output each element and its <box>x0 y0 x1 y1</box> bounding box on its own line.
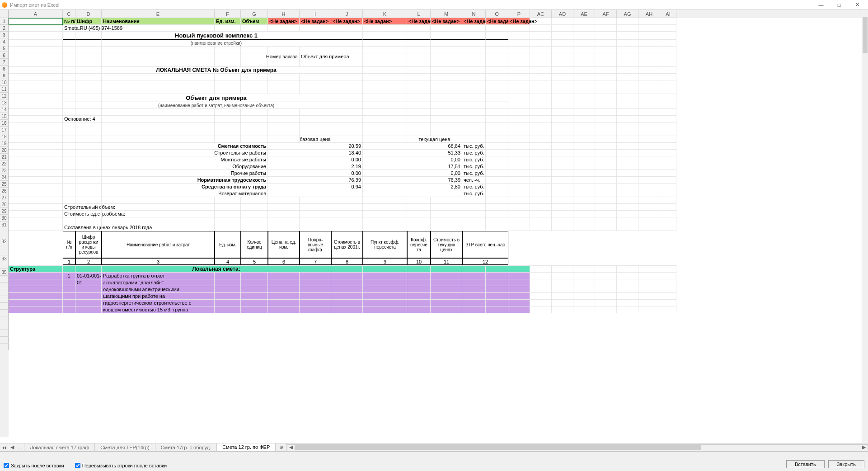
cells-area[interactable]: № п/пШифрНаименованиеЕд. изм.Объем<Не за… <box>9 18 862 437</box>
col-header-P[interactable]: P <box>508 10 530 18</box>
recall-rows-label: Перевызывать строки после вставки <box>82 463 167 468</box>
col-header-E[interactable]: E <box>102 10 215 18</box>
window-title: Импорт смет из Excel <box>10 2 812 8</box>
vertical-scrollbar[interactable] <box>862 10 868 443</box>
insert-button[interactable]: Вставить <box>786 460 825 468</box>
close-after-insert-label: Закрыть после вставки <box>11 463 64 468</box>
col-header-AH[interactable]: AH <box>638 10 660 18</box>
tab-sheet2[interactable]: Смета для ТЕР(14гр) <box>95 443 155 451</box>
col-header-L[interactable]: L <box>407 10 431 18</box>
col-header-AD[interactable]: AD <box>552 10 573 18</box>
hscroll-right[interactable]: ▶ <box>860 445 868 450</box>
recall-rows-input[interactable] <box>75 463 80 468</box>
col-header-I[interactable]: I <box>300 10 331 18</box>
tab-nav-dots[interactable]: … <box>16 443 24 451</box>
vertical-scroll-thumb[interactable] <box>863 17 868 53</box>
col-header-N[interactable]: N <box>462 10 486 18</box>
maximize-button[interactable]: □ <box>830 0 848 10</box>
tab-sheet3[interactable]: Смета 17гр. с оборуд. <box>155 443 217 451</box>
tab-add[interactable]: ⊕ <box>276 443 287 451</box>
hscroll-left[interactable]: ◀ <box>287 445 295 450</box>
close-after-insert-checkbox[interactable]: Закрыть после вставки <box>4 463 64 468</box>
spreadsheet: ACDEFGHIJKLMNOPACADAEAFAGAHAI 1234567891… <box>0 10 868 443</box>
col-header-D[interactable]: D <box>75 10 102 18</box>
col-header-O[interactable]: O <box>486 10 508 18</box>
status-bar: Закрыть после вставки Перевызывать строк… <box>0 451 868 471</box>
tab-nav-prev[interactable]: ◀ <box>8 443 16 451</box>
horizontal-scrollbar[interactable]: ◀ ▶ <box>287 443 868 451</box>
col-header-M[interactable]: M <box>431 10 462 18</box>
app-icon <box>2 2 7 8</box>
col-header-AE[interactable]: AE <box>573 10 595 18</box>
col-header-AF[interactable]: AF <box>595 10 617 18</box>
row-headers[interactable]: 1234567891011121314151617181920212223242… <box>0 18 9 437</box>
col-header-C[interactable]: C <box>63 10 75 18</box>
column-headers[interactable]: ACDEFGHIJKLMNOPACADAEAFAGAHAI <box>9 10 862 18</box>
close-dialog-button[interactable]: Закрыть <box>828 460 864 468</box>
col-header-J[interactable]: J <box>331 10 363 18</box>
minimize-button[interactable]: — <box>812 0 830 10</box>
recall-rows-checkbox[interactable]: Перевызывать строки после вставки <box>75 463 167 468</box>
col-header-AC[interactable]: AC <box>530 10 552 18</box>
sheet-tab-bar: ⏮ ◀ … Локальная смета 17 граф Смета для … <box>0 443 868 451</box>
select-all-corner[interactable] <box>0 10 9 18</box>
col-header-AI[interactable]: AI <box>660 10 676 18</box>
col-header-AG[interactable]: AG <box>617 10 638 18</box>
col-header-F[interactable]: F <box>215 10 241 18</box>
hscroll-thumb[interactable] <box>295 445 701 450</box>
close-after-insert-input[interactable] <box>4 463 9 468</box>
titlebar: Импорт смет из Excel — □ ✕ <box>0 0 868 10</box>
tab-sheet1[interactable]: Локальная смета 17 граф <box>24 443 95 451</box>
col-header-A[interactable]: A <box>9 10 63 18</box>
close-button[interactable]: ✕ <box>848 0 866 10</box>
tab-nav-first[interactable]: ⏮ <box>0 443 8 451</box>
col-header-H[interactable]: H <box>268 10 300 18</box>
tab-sheet4[interactable]: Смета 12 гр. по ФЕР <box>217 443 276 451</box>
col-header-G[interactable]: G <box>241 10 268 18</box>
col-header-K[interactable]: K <box>363 10 407 18</box>
